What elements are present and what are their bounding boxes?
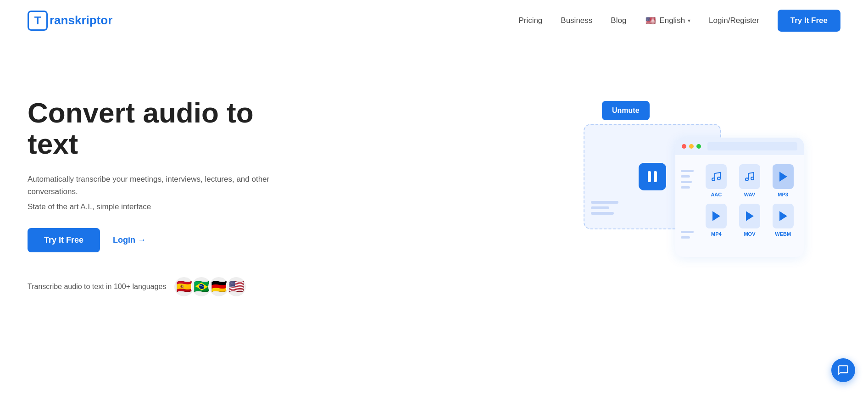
file-item-mp4: MP4	[703, 204, 730, 237]
dot-yellow	[689, 144, 694, 149]
aac-label: AAC	[711, 192, 722, 197]
nav-business[interactable]: Business	[561, 16, 592, 25]
chat-icon	[837, 364, 849, 376]
flag-american: 🇺🇸	[226, 276, 247, 297]
file-item-wav: WAV	[736, 164, 763, 197]
mp4-label: MP4	[711, 231, 722, 237]
mov-label: MOV	[744, 231, 755, 237]
text-line	[681, 236, 690, 239]
wav-icon	[739, 164, 760, 189]
wav-label: WAV	[744, 192, 755, 197]
file-item-mov: MOV	[736, 204, 763, 237]
hero-buttons: Try It Free Login →	[28, 228, 294, 252]
languages-text: Transcribe audio to text in 100+ languag…	[28, 283, 166, 291]
mp3-icon	[773, 164, 794, 189]
logo[interactable]: T ranskriptor	[28, 11, 112, 31]
unmute-button[interactable]: Unmute	[602, 101, 650, 120]
flag-icon: 🇺🇸	[645, 15, 657, 27]
file-item-aac: AAC	[703, 164, 730, 197]
text-line	[681, 181, 692, 183]
waveform-lines	[591, 201, 618, 215]
flag-group: 🇪🇸 🇧🇷 🇩🇪 🇺🇸	[173, 276, 247, 297]
pause-button[interactable]	[639, 163, 666, 190]
header: T ranskriptor Pricing Business Blog 🇺🇸 E…	[0, 0, 868, 41]
pause-bar-right	[654, 171, 657, 182]
text-line	[681, 175, 690, 178]
login-register-link[interactable]: Login/Register	[709, 16, 759, 25]
chevron-down-icon: ▾	[688, 17, 690, 24]
language-selector[interactable]: 🇺🇸 English ▾	[645, 15, 690, 27]
files-card-header	[675, 138, 804, 155]
files-card: AAC WAV	[675, 138, 804, 257]
hero-title: Convert audio to text	[28, 97, 294, 160]
svg-marker-1	[713, 212, 719, 220]
navigation: Pricing Business Blog 🇺🇸 English ▾ Login…	[518, 10, 840, 32]
files-grid: AAC WAV	[696, 155, 804, 246]
chat-bubble[interactable]	[831, 358, 855, 382]
language-label: English	[659, 16, 685, 25]
hero-content: Convert audio to text Automatically tran…	[28, 97, 294, 297]
hero-illustration: Unmute	[584, 101, 840, 294]
header-cta-button[interactable]: Try It Free	[778, 10, 840, 32]
nav-pricing[interactable]: Pricing	[518, 16, 542, 25]
webm-label: WEBM	[775, 231, 791, 237]
nav-blog[interactable]: Blog	[611, 16, 626, 25]
svg-marker-0	[780, 172, 786, 181]
pause-bar-left	[648, 171, 651, 182]
line-3	[591, 212, 614, 215]
dot-green	[696, 144, 701, 149]
hero-section: Convert audio to text Automatically tran…	[0, 41, 868, 353]
mp3-label: MP3	[778, 192, 788, 197]
hero-state-line: State of the art A.I., simple interface	[28, 202, 294, 211]
file-item-webm: WEBM	[769, 204, 796, 237]
hero-description: Automatically transcribe your meetings, …	[28, 173, 294, 198]
logo-text: ranskriptor	[50, 13, 112, 28]
dot-red	[682, 144, 686, 149]
text-line	[681, 231, 694, 233]
try-it-free-button[interactable]: Try It Free	[28, 228, 100, 252]
line-2	[591, 206, 609, 209]
svg-marker-3	[780, 212, 786, 220]
logo-icon: T	[28, 11, 48, 31]
text-lines-left-bottom	[681, 231, 694, 239]
text-line	[681, 186, 690, 189]
aac-icon	[706, 164, 727, 189]
login-link[interactable]: Login →	[113, 235, 146, 245]
svg-marker-2	[746, 212, 753, 220]
webm-icon	[773, 204, 794, 228]
languages-row: Transcribe audio to text in 100+ languag…	[28, 276, 294, 297]
line-1	[591, 201, 618, 204]
mov-icon	[739, 204, 760, 228]
file-item-mp3: MP3	[769, 164, 796, 197]
mp4-icon	[706, 204, 727, 228]
text-line	[681, 170, 694, 172]
search-bar-decoration	[707, 142, 797, 150]
text-lines-left	[681, 170, 694, 189]
